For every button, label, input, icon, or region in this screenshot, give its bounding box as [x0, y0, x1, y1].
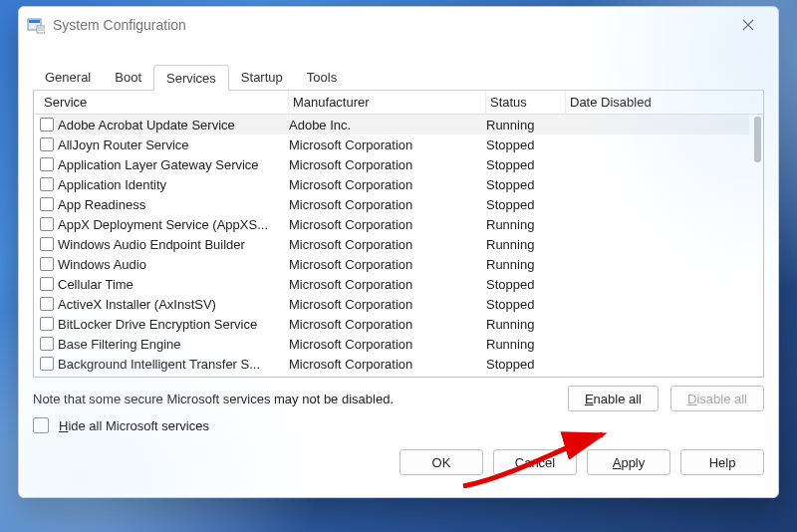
- service-checkbox[interactable]: [40, 277, 54, 291]
- svg-rect-2: [37, 26, 45, 33]
- table-row[interactable]: AllJoyn Router ServiceMicrosoft Corporat…: [40, 134, 749, 154]
- svg-rect-1: [29, 20, 40, 23]
- close-button[interactable]: [726, 9, 770, 41]
- service-manufacturer: Microsoft Corporation: [289, 317, 486, 332]
- service-checkbox[interactable]: [40, 157, 54, 171]
- table-row[interactable]: Windows Audio Endpoint BuilderMicrosoft …: [40, 234, 749, 254]
- table-row[interactable]: Windows AudioMicrosoft CorporationRunnin…: [40, 254, 749, 274]
- col-header-date-disabled[interactable]: Date Disabled: [566, 91, 715, 114]
- service-status: Stopped: [486, 137, 566, 152]
- hide-microsoft-checkbox[interactable]: Hide all Microsoft services: [33, 417, 764, 433]
- service-manufacturer: Microsoft Corporation: [289, 197, 486, 212]
- service-name: AllJoyn Router Service: [58, 137, 289, 152]
- service-manufacturer: Adobe Inc.: [289, 118, 486, 133]
- vertical-scrollbar[interactable]: [750, 93, 761, 375]
- table-row[interactable]: Adobe Acrobat Update ServiceAdobe Inc.Ru…: [40, 115, 749, 134]
- service-status: Running: [486, 337, 566, 352]
- service-status: Running: [486, 237, 566, 252]
- window-title: System Configuration: [53, 17, 726, 33]
- service-name: Adobe Acrobat Update Service: [58, 118, 289, 133]
- service-manufacturer: Microsoft Corporation: [289, 237, 486, 252]
- service-checkbox[interactable]: [40, 217, 54, 231]
- service-manufacturer: Microsoft Corporation: [289, 297, 486, 312]
- service-name: Windows Audio: [58, 257, 289, 272]
- service-checkbox[interactable]: [40, 137, 54, 151]
- service-status: Stopped: [486, 197, 566, 212]
- service-name: App Readiness: [58, 197, 289, 212]
- service-manufacturer: Microsoft Corporation: [289, 277, 486, 292]
- table-row[interactable]: BitLocker Drive Encryption ServiceMicros…: [40, 314, 749, 334]
- service-checkbox[interactable]: [40, 118, 54, 132]
- service-status: Stopped: [486, 177, 566, 192]
- system-configuration-window: System Configuration General Boot Servic…: [18, 6, 779, 498]
- secure-services-note: Note that some secure Microsoft services…: [33, 392, 394, 406]
- tabstrip: General Boot Services Startup Tools: [33, 65, 764, 91]
- service-checkbox[interactable]: [40, 297, 54, 311]
- service-name: Base Filtering Engine: [58, 337, 289, 352]
- service-manufacturer: Microsoft Corporation: [289, 357, 486, 372]
- service-name: Windows Audio Endpoint Builder: [58, 237, 289, 252]
- tab-services[interactable]: Services: [153, 65, 229, 91]
- dialog-buttons: OK Cancel Apply Help: [33, 449, 764, 475]
- col-header-manufacturer[interactable]: Manufacturer: [289, 91, 486, 114]
- col-header-service[interactable]: Service: [40, 91, 289, 114]
- table-row[interactable]: Application IdentityMicrosoft Corporatio…: [40, 174, 749, 194]
- service-manufacturer: Microsoft Corporation: [289, 217, 486, 232]
- service-name: Application Identity: [58, 177, 289, 192]
- table-row[interactable]: App ReadinessMicrosoft CorporationStoppe…: [40, 194, 749, 214]
- service-status: Running: [486, 257, 566, 272]
- service-name: Cellular Time: [58, 277, 289, 292]
- service-name: BitLocker Drive Encryption Service: [58, 317, 289, 332]
- client-area: General Boot Services Startup Tools Serv…: [19, 43, 778, 497]
- services-list: Service Manufacturer Status Date Disable…: [33, 91, 764, 378]
- service-status: Running: [486, 317, 566, 332]
- service-manufacturer: Microsoft Corporation: [289, 177, 486, 192]
- tab-general[interactable]: General: [33, 65, 103, 91]
- service-checkbox[interactable]: [40, 177, 54, 191]
- tab-startup[interactable]: Startup: [229, 65, 295, 91]
- col-header-status[interactable]: Status: [486, 91, 566, 114]
- service-manufacturer: Microsoft Corporation: [289, 337, 486, 352]
- scrollbar-thumb[interactable]: [754, 117, 761, 162]
- tab-boot[interactable]: Boot: [103, 65, 153, 91]
- service-status: Stopped: [486, 277, 566, 292]
- hide-microsoft-label: Hide all Microsoft services: [59, 418, 209, 433]
- service-checkbox[interactable]: [40, 317, 54, 331]
- disable-all-button[interactable]: Disable all: [670, 386, 764, 411]
- service-status: Stopped: [486, 297, 566, 312]
- service-checkbox[interactable]: [40, 357, 54, 371]
- service-status: Stopped: [486, 157, 566, 172]
- enable-all-button[interactable]: Enable all: [568, 386, 659, 411]
- table-row[interactable]: ActiveX Installer (AxInstSV)Microsoft Co…: [40, 294, 749, 314]
- service-manufacturer: Microsoft Corporation: [289, 157, 486, 172]
- tab-tools[interactable]: Tools: [295, 65, 349, 91]
- apply-button[interactable]: Apply: [587, 449, 670, 475]
- service-name: Application Layer Gateway Service: [58, 157, 289, 172]
- service-checkbox[interactable]: [40, 237, 54, 251]
- table-row[interactable]: Background Intelligent Transfer S...Micr…: [40, 354, 749, 374]
- service-checkbox[interactable]: [40, 197, 54, 211]
- service-name: ActiveX Installer (AxInstSV): [58, 297, 289, 312]
- service-checkbox[interactable]: [40, 337, 54, 351]
- table-row[interactable]: Cellular TimeMicrosoft CorporationStoppe…: [40, 274, 749, 294]
- service-status: Stopped: [486, 357, 566, 372]
- table-row[interactable]: AppX Deployment Service (AppXS...Microso…: [40, 214, 749, 234]
- service-status: Running: [486, 217, 566, 232]
- service-name: AppX Deployment Service (AppXS...: [58, 217, 289, 232]
- service-status: Running: [486, 118, 566, 133]
- help-button[interactable]: Help: [680, 449, 764, 475]
- table-row[interactable]: Application Layer Gateway ServiceMicroso…: [40, 154, 749, 174]
- service-checkbox[interactable]: [40, 257, 54, 271]
- cancel-button[interactable]: Cancel: [493, 449, 577, 475]
- ok-button[interactable]: OK: [399, 449, 483, 475]
- table-row[interactable]: Base Filtering EngineMicrosoft Corporati…: [40, 334, 749, 354]
- checkbox-icon: [33, 417, 49, 433]
- list-header: Service Manufacturer Status Date Disable…: [34, 91, 763, 115]
- msconfig-icon: [27, 16, 45, 34]
- service-name: Background Intelligent Transfer S...: [58, 357, 289, 372]
- list-body[interactable]: Adobe Acrobat Update ServiceAdobe Inc.Ru…: [34, 115, 749, 377]
- titlebar: System Configuration: [19, 7, 778, 43]
- service-manufacturer: Microsoft Corporation: [289, 257, 486, 272]
- service-manufacturer: Microsoft Corporation: [289, 137, 486, 152]
